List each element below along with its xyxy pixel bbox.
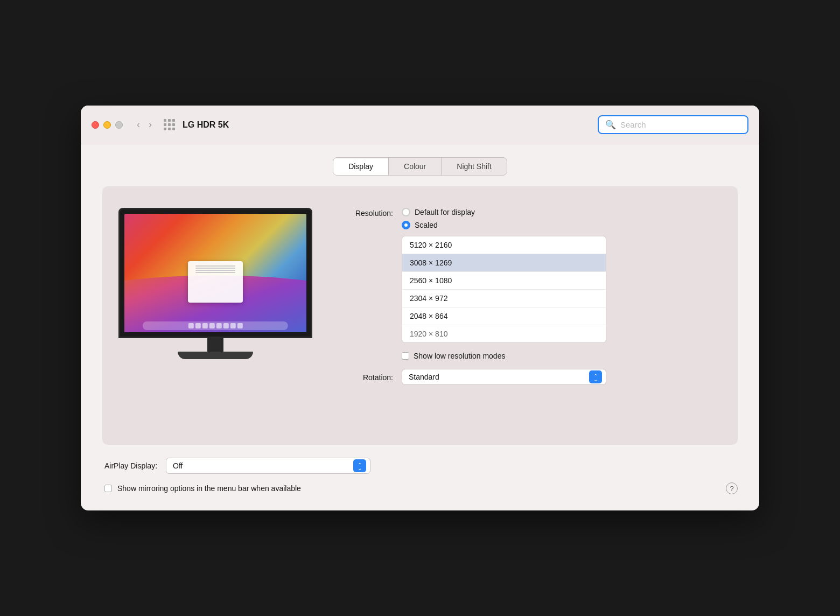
main-panel: Resolution: Default for display Scaled [102,186,738,445]
tab-night-shift[interactable]: Night Shift [442,158,507,175]
radio-default-label: Default for display [415,208,475,216]
resolution-item-4[interactable]: 2048 × 864 [402,307,606,325]
settings-panel: Resolution: Default for display Scaled [334,202,722,385]
content-area: Display Colour Night Shift [81,144,759,510]
low-res-label: Show low resolution modes [414,352,505,360]
bottom-row: Show mirroring options in the menu bar w… [102,482,738,494]
airplay-select[interactable]: Off On [166,458,370,474]
search-input[interactable] [620,120,741,129]
grid-icon[interactable] [164,119,175,130]
low-res-row: Show low resolution modes [402,352,606,360]
titlebar: ‹ › LG HDR 5K 🔍 [81,106,759,144]
radio-default[interactable]: Default for display [402,208,606,216]
monitor-stand-base [178,352,253,359]
airplay-row: AirPlay Display: Off On [102,458,738,474]
radio-scaled[interactable]: Scaled [402,221,606,229]
traffic-lights [92,121,123,129]
close-button[interactable] [92,121,99,129]
resolution-options: Default for display Scaled 5120 × 2160 3… [402,208,606,360]
nav-buttons: ‹ › [134,118,155,131]
airplay-select-wrapper: Off On [166,458,370,474]
monitor-preview [118,208,312,359]
low-res-checkbox[interactable] [402,352,409,360]
rotation-select[interactable]: Standard 90° 180° 270° [402,369,606,385]
minimize-button[interactable] [103,121,111,129]
radio-scaled-btn[interactable] [402,221,410,229]
tab-group: Display Colour Night Shift [102,157,738,176]
resolution-item-0[interactable]: 5120 × 2160 [402,236,606,254]
screen-dock [143,321,288,330]
mirror-row: Show mirroring options in the menu bar w… [102,484,303,493]
maximize-button[interactable] [115,121,123,129]
monitor-bezel [118,208,312,338]
rotation-label: Rotation: [334,372,393,382]
search-box[interactable]: 🔍 [598,115,748,134]
resolution-item-3[interactable]: 2304 × 972 [402,290,606,307]
preferences-window: ‹ › LG HDR 5K 🔍 Display Colour Night Shi… [81,106,759,510]
radio-default-btn[interactable] [402,208,410,216]
search-icon: 🔍 [605,120,616,130]
mirror-label: Show mirroring options in the menu bar w… [117,484,301,493]
tab-colour[interactable]: Colour [389,158,442,175]
resolution-item-1[interactable]: 3008 × 1269 [402,254,606,272]
help-button[interactable]: ? [726,482,738,494]
resolution-item-2[interactable]: 2560 × 1080 [402,272,606,290]
screen-dialog [188,261,242,303]
monitor-stand-neck [207,338,223,352]
radio-scaled-label: Scaled [415,221,438,229]
resolution-list: 5120 × 2160 3008 × 1269 2560 × 1080 2304… [402,236,606,343]
resolution-item-5[interactable]: 1920 × 810 [402,325,606,342]
window-title: LG HDR 5K [183,120,598,130]
forward-button[interactable]: › [145,118,155,131]
airplay-label: AirPlay Display: [104,461,157,470]
resolution-row: Resolution: Default for display Scaled [334,208,722,360]
rotation-select-wrapper: Standard 90° 180° 270° [402,369,606,385]
mirror-checkbox[interactable] [104,485,112,492]
resolution-label: Resolution: [334,208,393,218]
tab-display[interactable]: Display [333,158,389,175]
back-button[interactable]: ‹ [134,118,143,131]
rotation-row: Rotation: Standard 90° 180° 270° [334,369,722,385]
monitor-screen [124,214,306,332]
